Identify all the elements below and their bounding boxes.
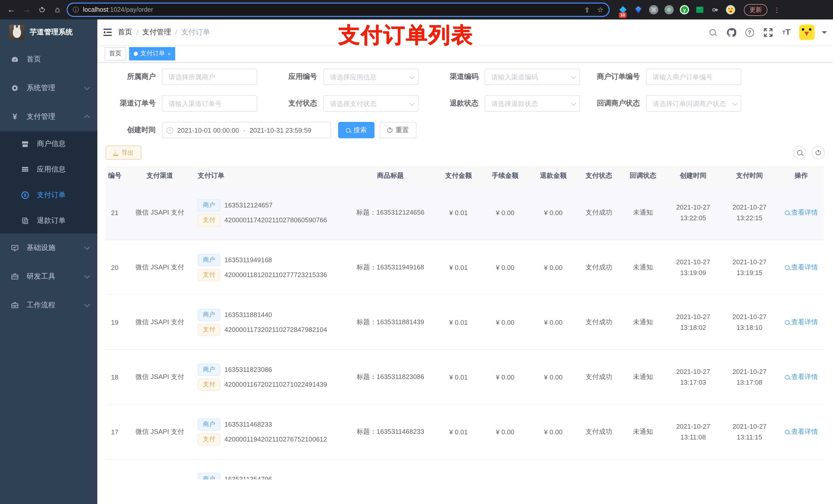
sidebar-item-home[interactable]: 首页 bbox=[0, 45, 97, 74]
merchant-tag: 商户 bbox=[198, 473, 220, 479]
table-row[interactable]: 19 微信 JSAPI 支付 商户1635311881440 支付4200001… bbox=[105, 295, 824, 350]
filter-label: 应用编号 bbox=[267, 72, 323, 81]
avatar-caret-icon[interactable] bbox=[822, 31, 827, 36]
cell-paid: 2021-10-2713:22:15 bbox=[721, 202, 778, 223]
tab-pay-order[interactable]: 支付订单 × bbox=[129, 47, 175, 60]
paid-date: 2021-10-27 bbox=[721, 257, 778, 267]
cell-fee: ¥ 0.00 bbox=[480, 318, 530, 326]
channel-order-no-input[interactable] bbox=[162, 95, 257, 112]
cell-notify: 未通知 bbox=[621, 208, 665, 217]
pay-status-select[interactable] bbox=[323, 95, 419, 112]
tab-home[interactable]: 首页 bbox=[104, 47, 126, 60]
cell-id: 20 bbox=[105, 264, 124, 271]
active-dot bbox=[134, 51, 138, 55]
table-row-partial[interactable]: 商户1635311354796 bbox=[105, 459, 824, 479]
sidebar-logo[interactable]: 芋道管理系统 bbox=[0, 20, 97, 45]
sidebar-item-devtools[interactable]: 研发工具 bbox=[0, 262, 97, 291]
view-detail-link[interactable]: 查看详情 bbox=[785, 208, 818, 217]
extension-diamond-icon[interactable]: 10 bbox=[618, 5, 628, 15]
extension-chat-icon[interactable] bbox=[695, 5, 705, 15]
col-header-paid: 支付时间 bbox=[721, 171, 778, 180]
cell-id: 18 bbox=[105, 373, 124, 381]
merchant-select-input[interactable] bbox=[162, 69, 257, 85]
sidebar-item-label: 首页 bbox=[27, 55, 89, 64]
view-detail-link[interactable]: 查看详情 bbox=[785, 427, 818, 436]
filter-label: 商户订单编号 bbox=[590, 72, 646, 81]
extension-y-icon[interactable]: y bbox=[679, 5, 690, 15]
back-icon[interactable]: ← bbox=[5, 4, 18, 16]
created-time: 13:22:05 bbox=[665, 213, 721, 223]
table-row[interactable]: 21 微信 JSAPI 支付 商户1635312124657 支付4200001… bbox=[105, 186, 824, 240]
address-bar[interactable]: ⓘ localhost:1024/pay/order ⇪ ☆ bbox=[67, 3, 610, 17]
table-row[interactable]: 18 微信 JSAPI 支付 商户1635311823086 支付4200001… bbox=[105, 350, 824, 405]
browser-update-button[interactable]: 更新 bbox=[744, 4, 767, 16]
sidebar-item-label: 退款订单 bbox=[37, 216, 89, 225]
sidebar-item-system[interactable]: 系统管理 bbox=[0, 74, 97, 102]
bookmark-star-icon[interactable]: ☆ bbox=[597, 6, 603, 14]
cell-refund: ¥ 0.00 bbox=[530, 373, 577, 381]
extension-dot-icon[interactable] bbox=[664, 5, 674, 15]
cell-status: 支付成功 bbox=[577, 317, 621, 327]
toggle-search-button[interactable] bbox=[793, 146, 806, 159]
extensions-puzzle-icon[interactable]: ⚩ bbox=[710, 5, 720, 15]
paid-date: 2021-10-27 bbox=[721, 311, 778, 322]
view-detail-link[interactable]: 查看详情 bbox=[785, 373, 818, 382]
sidebar-item-merchant-info[interactable]: 商户信息 bbox=[0, 131, 97, 157]
channel-code-input[interactable] bbox=[485, 69, 580, 85]
font-size-icon[interactable]: TT bbox=[781, 27, 792, 38]
filter-row-1: 所属商户 应用编号 渠道编码 商户订单编号 bbox=[105, 69, 825, 85]
reload-icon[interactable] bbox=[36, 4, 48, 16]
created-time: 13:19:09 bbox=[665, 267, 721, 278]
close-icon[interactable]: × bbox=[168, 50, 171, 56]
browser-menu-icon[interactable]: ⋮ bbox=[774, 6, 780, 14]
notify-status-select[interactable] bbox=[646, 95, 741, 112]
share-icon[interactable]: ⇪ bbox=[584, 6, 590, 14]
sidebar-item-workflow[interactable]: 工作流程 bbox=[0, 291, 97, 320]
col-header-refund: 退款金额 bbox=[530, 171, 577, 180]
refresh-table-button[interactable] bbox=[811, 146, 825, 159]
sidebar-fold-icon[interactable] bbox=[97, 28, 118, 37]
sidebar-item-pay-order[interactable]: ¥ 支付订单 bbox=[0, 182, 97, 208]
view-detail-label: 查看详情 bbox=[791, 427, 818, 436]
export-button[interactable]: 导出 bbox=[105, 145, 141, 160]
app-select-input[interactable] bbox=[323, 69, 419, 85]
cell-created: 2021-10-2713:11:08 bbox=[665, 421, 721, 442]
date-range-picker[interactable]: 2021-10-01 00:00:00 - 2021-10-31 23:59:5… bbox=[162, 122, 331, 138]
refund-status-select[interactable] bbox=[485, 95, 580, 112]
github-icon[interactable] bbox=[725, 27, 737, 38]
main-panel: 所属商户 应用编号 渠道编码 商户订单编号 bbox=[97, 63, 833, 504]
home-icon[interactable]: ⌂ bbox=[51, 4, 64, 16]
extension-gem-icon[interactable] bbox=[633, 5, 643, 15]
sidebar-item-label: 应用信息 bbox=[37, 165, 89, 174]
view-detail-link[interactable]: 查看详情 bbox=[785, 263, 818, 272]
cell-status: 支付成功 bbox=[577, 263, 621, 272]
search-button[interactable]: 搜索 bbox=[338, 122, 375, 138]
view-detail-link[interactable]: 查看详情 bbox=[785, 317, 818, 327]
cell-notify: 未通知 bbox=[621, 317, 665, 327]
profile-avatar-icon[interactable] bbox=[725, 5, 736, 15]
reset-button[interactable]: 重置 bbox=[380, 122, 416, 138]
sidebar-item-refund-order[interactable]: 退款订单 bbox=[0, 208, 97, 234]
cell-title: 标题：1635311468233 bbox=[344, 427, 436, 436]
breadcrumb-home[interactable]: 首页 bbox=[118, 28, 132, 37]
extension-command-icon[interactable]: ⌘ bbox=[648, 5, 659, 15]
merchant-order-no-input[interactable] bbox=[646, 69, 741, 85]
user-avatar[interactable] bbox=[799, 25, 814, 40]
sidebar-item-app-info[interactable]: 应用信息 bbox=[0, 157, 97, 182]
cell-fee: ¥ 0.00 bbox=[480, 264, 530, 271]
table-row[interactable]: 20 微信 JSAPI 支付 商户1635311949168 支付4200001… bbox=[105, 240, 824, 295]
table-row[interactable]: 17 微信 JSAPI 支付 商户1635311468233 支付4200001… bbox=[105, 405, 824, 459]
help-icon[interactable]: ? bbox=[744, 27, 755, 38]
fullscreen-icon[interactable] bbox=[762, 27, 774, 38]
col-header-status: 支付状态 bbox=[577, 171, 621, 180]
filter-row-2: 渠道订单号 支付状态 退款状态 回调商户状态 bbox=[105, 95, 825, 112]
sidebar-item-pay[interactable]: ¥ 支付管理 bbox=[0, 102, 97, 131]
site-info-icon[interactable]: ⓘ bbox=[73, 5, 79, 14]
breadcrumb-pay[interactable]: 支付管理 bbox=[142, 28, 171, 37]
merchant-tag: 商户 bbox=[198, 254, 220, 266]
search-icon[interactable] bbox=[707, 27, 718, 38]
sidebar-item-infra[interactable]: 基础设施 bbox=[0, 234, 97, 262]
forward-icon[interactable]: → bbox=[21, 4, 33, 16]
cell-amount: ¥ 0.01 bbox=[436, 428, 480, 436]
col-header-created: 创建时间 bbox=[665, 171, 721, 180]
